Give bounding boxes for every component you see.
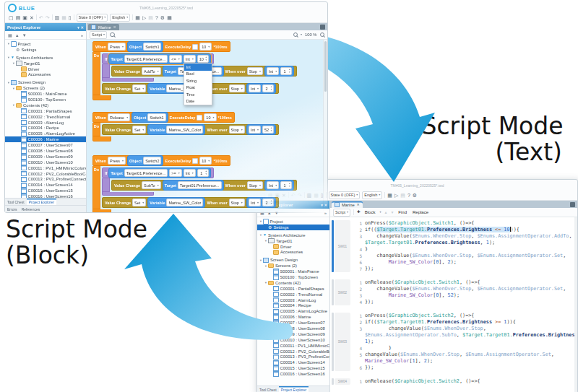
- block-script-canvas[interactable]: WhenPress▾ObjectSwitch1ExecuteDelay10▾*1…: [87, 40, 327, 212]
- code-line[interactable]: $Enums.AssignmentOperator.SubTo, $Target…: [353, 332, 576, 339]
- input-field[interactable]: Target01.Preference...: [124, 169, 168, 177]
- move-down-icon[interactable]: ▼: [390, 210, 394, 214]
- tree-item[interactable]: Driver: [257, 244, 329, 250]
- tab-tool-chest[interactable]: Tool Chest: [5, 199, 27, 205]
- input-field[interactable]: Switch2: [143, 157, 161, 165]
- code-line[interactable]: 4}: [353, 246, 576, 253]
- code-line[interactable]: 3 Marine_SW_Color[0], 52);: [353, 292, 576, 299]
- tree-item[interactable]: C00009 : UserScreen09: [257, 331, 329, 337]
- tree-item[interactable]: C00005 : AlarmLogActive: [257, 308, 329, 314]
- value-change-block[interactable]: Value ChangeSet▾VariableMarine_SW_ColorW…: [102, 197, 279, 208]
- code-line[interactable]: 7});: [353, 266, 576, 272]
- tab-menu-icon[interactable]: [320, 25, 325, 30]
- tab-project-explorer[interactable]: Project Explorer: [279, 386, 309, 392]
- delay-dropdown[interactable]: 10▾: [199, 157, 212, 165]
- when-block-header[interactable]: WhenRelease▾ObjectSwitch1ExecuteDelay10▾…: [92, 112, 235, 123]
- value-change-block[interactable]: Value ChangeSubTo▾TargetTarget01.Prefere…: [111, 180, 297, 191]
- block-indicator-bar[interactable]: [332, 378, 334, 385]
- tree-item[interactable]: ▾▼System Architecture: [5, 55, 86, 61]
- operator-dropdown[interactable]: AddTo▾: [142, 67, 161, 75]
- spinner-arrows[interactable]: ▲▼: [288, 69, 290, 73]
- dropdown-option[interactable]: Date: [184, 98, 212, 105]
- dropdown-option[interactable]: Float: [184, 84, 212, 92]
- zoom-in-icon[interactable]: [293, 32, 298, 38]
- tree-item[interactable]: Accessories: [5, 71, 86, 77]
- tree-item[interactable]: C00015 : UserScreen15: [257, 365, 329, 371]
- add-block-button[interactable]: Block: [363, 210, 377, 214]
- tree-item[interactable]: Accessories: [257, 249, 329, 255]
- help-icon[interactable]: ?: [407, 193, 410, 198]
- code-line[interactable]: Marine_SW_Color[1], 2);: [353, 358, 576, 365]
- code-line[interactable]: 1);: [353, 339, 576, 345]
- type-dropdown[interactable]: Int▾: [249, 126, 261, 134]
- tab-marine[interactable]: Marine ✕: [88, 24, 119, 30]
- tree-item[interactable]: C00009 : UserScreen09: [5, 154, 86, 160]
- move-up-icon[interactable]: ▲: [15, 33, 20, 38]
- help-icon[interactable]: ?: [155, 15, 158, 20]
- script-block-group[interactable]: WhenRelease▾ObjectSwitch1ExecuteDelay10▾…: [92, 112, 279, 141]
- code-line[interactable]: 2if(($Target.Target01.Preferences.Bright…: [353, 319, 576, 326]
- tree-item[interactable]: S00100 : TopScreen: [5, 97, 86, 103]
- tree-item[interactable]: S00100 : TopScreen: [257, 274, 329, 280]
- when-over-dropdown[interactable]: Stop▾: [229, 126, 245, 134]
- code-line[interactable]: 3 changeValue($Enums.WhenOver.Stop, $Enu…: [353, 233, 576, 240]
- new-file-icon[interactable]: ▢: [9, 15, 14, 20]
- tree-item[interactable]: C00011 : PV1_HMIMimicColors: [5, 165, 86, 171]
- block-indicator-bar[interactable]: [332, 313, 334, 371]
- code-scrollbar[interactable]: [574, 217, 577, 392]
- tab-project-explorer[interactable]: Project Explorer: [27, 199, 57, 205]
- tree-item[interactable]: C00013 : PV3_ProfinetConnectivity: [257, 354, 329, 360]
- script-block-group[interactable]: WhenPress▾ObjectSwitch1ExecuteDelay10▾*1…: [92, 41, 297, 100]
- input-field[interactable]: Switch1: [147, 113, 165, 121]
- zoom-out-icon[interactable]: [320, 32, 325, 38]
- spinner-arrows[interactable]: ▲▼: [270, 86, 272, 90]
- code-line[interactable]: 4 }: [353, 345, 576, 352]
- tree-item[interactable]: C00012 : PV2_ColorableBoolConverter: [5, 171, 86, 177]
- code-line[interactable]: 1onPress($GraphicObject.Switch2, ()=>{: [353, 313, 576, 319]
- open-icon[interactable]: ▤: [16, 15, 21, 20]
- delay-checkbox[interactable]: [192, 44, 198, 50]
- tree-item[interactable]: ⚙Settings: [5, 47, 86, 53]
- script-block-group[interactable]: WhenPress▾ObjectSwitch2ExecuteDelay10▾*1…: [92, 155, 297, 212]
- tree-item[interactable]: ▾Target01: [257, 238, 329, 244]
- print-icon[interactable]: ▤: [400, 193, 405, 198]
- tree-item[interactable]: ▾Screens (2): [257, 263, 329, 269]
- paste-icon[interactable]: ▦: [61, 15, 66, 20]
- tree-item[interactable]: S00001 : MainFrame: [5, 91, 86, 97]
- screen-dropdown-icon[interactable]: ▦: [135, 15, 140, 20]
- state-dropdown[interactable]: State 0 (OFF)▾: [77, 14, 108, 22]
- tree-item[interactable]: C00004 : Recipe: [257, 302, 329, 308]
- tree-item[interactable]: C00013 : PV3_ProfinetConnectivity: [5, 176, 86, 182]
- delay-checkbox[interactable]: [192, 158, 198, 164]
- tree-item[interactable]: C00006 : Marine: [257, 314, 329, 320]
- type-dropdown[interactable]: Int▾: [267, 67, 279, 75]
- when-over-dropdown[interactable]: Stop▾: [229, 84, 245, 92]
- type-dropdown[interactable]: Int▾IntBoolStringFloatTimeDate: [184, 55, 196, 63]
- tree-item[interactable]: C00001 : PartialShapes: [5, 108, 86, 114]
- event-dropdown[interactable]: Press▾: [108, 157, 126, 165]
- tree-item[interactable]: ▾▼System Architecture: [257, 232, 329, 238]
- screen-dropdown-icon[interactable]: ▦: [387, 193, 392, 198]
- type-dropdown[interactable]: Int▾: [184, 169, 196, 177]
- operator-dropdown[interactable]: SubTo▾: [142, 181, 161, 189]
- delay-checkbox[interactable]: [197, 115, 202, 121]
- input-field[interactable]: Target01.Preference...: [178, 181, 221, 189]
- spinner-field[interactable]: 1▲▼: [197, 169, 209, 177]
- print-icon[interactable]: ▤: [148, 15, 153, 20]
- grid-icon[interactable]: ▦: [167, 15, 172, 20]
- spinner-field[interactable]: 1▲▼: [280, 67, 292, 75]
- tab-errors[interactable]: Errors: [5, 206, 20, 212]
- operator-dropdown[interactable]: Set▾: [132, 84, 146, 92]
- input-field[interactable]: Marine_SW_Color: [166, 199, 203, 206]
- tools-icon[interactable]: ⚙: [160, 15, 165, 20]
- spinner-arrows[interactable]: ▲▼: [205, 56, 207, 61]
- view-icon[interactable]: ▦: [8, 33, 12, 38]
- tree-item[interactable]: ▾Screen Design: [257, 257, 329, 263]
- tree-item[interactable]: C00010 : UserScreen10: [5, 160, 86, 165]
- code-line[interactable]: 2if(($Target.Target01.Preferences.Bright…: [353, 227, 576, 233]
- tree-item[interactable]: C00008 : UserScreen08: [5, 148, 86, 154]
- operator-dropdown[interactable]: Set▾: [132, 199, 146, 206]
- spinner-field[interactable]: 10▲▼: [197, 55, 209, 63]
- type-dropdown-menu[interactable]: IntBoolStringFloatTimeDate: [184, 63, 212, 105]
- code-line[interactable]: 1onPress($GraphicObject.Switch1, ()=>{: [353, 220, 576, 227]
